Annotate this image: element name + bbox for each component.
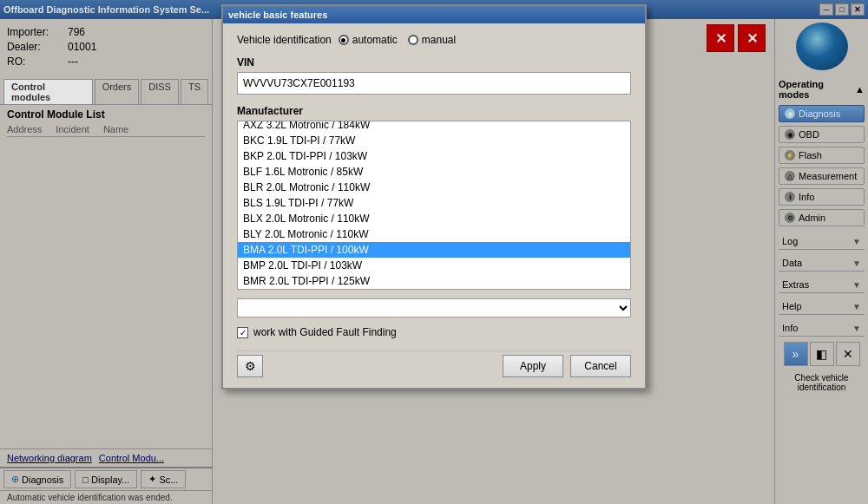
- manufacturer-item-1[interactable]: AXZ 3.2L Motronic / 184kW: [238, 121, 630, 133]
- manufacturer-item-8[interactable]: BLY 2.0L Motronic / 110kW: [238, 226, 630, 242]
- manufacturer-list[interactable]: AXX 2.0L Motronic / 147kWAXZ 3.2L Motron…: [237, 121, 631, 290]
- manufacturer-label: Manufacturer: [237, 105, 631, 117]
- dropdown-row: [237, 298, 631, 317]
- settings-icon-button[interactable]: ⚙: [237, 355, 263, 377]
- manufacturer-item-4[interactable]: BLF 1.6L Motronic / 85kW: [238, 164, 630, 180]
- radio-manual-label: manual: [422, 34, 456, 46]
- radio-manual-input[interactable]: [408, 35, 418, 45]
- dialog-overlay: vehicle basic features Vehicle identific…: [0, 0, 868, 504]
- dialog-title: vehicle basic features: [228, 10, 327, 20]
- manufacturer-dropdown[interactable]: [237, 298, 631, 317]
- manufacturer-section: Manufacturer AXX 2.0L Motronic / 147kWAX…: [237, 105, 631, 290]
- vin-section: VIN: [237, 56, 631, 95]
- manufacturer-item-7[interactable]: BLX 2.0L Motronic / 110kW: [238, 211, 630, 226]
- dialog-content: Vehicle identification automatic manual …: [223, 23, 645, 388]
- manufacturer-item-3[interactable]: BKP 2.0L TDI-PPI / 103kW: [238, 148, 630, 164]
- radio-group: automatic manual: [339, 34, 456, 46]
- checkbox-label: work with Guided Fault Finding: [253, 326, 397, 338]
- manufacturer-item-9[interactable]: BMA 2.0L TDI-PPI / 100kW: [238, 242, 630, 258]
- vin-input[interactable]: [237, 72, 631, 95]
- radio-automatic-input[interactable]: [339, 35, 349, 45]
- manufacturer-item-10[interactable]: BMP 2.0L TDI-PI / 103kW: [238, 258, 630, 273]
- apply-button[interactable]: Apply: [503, 355, 563, 377]
- settings-icon: ⚙: [245, 359, 256, 373]
- vehicle-basic-features-dialog: vehicle basic features Vehicle identific…: [221, 4, 647, 389]
- manufacturer-item-5[interactable]: BLR 2.0L Motronic / 110kW: [238, 180, 630, 195]
- dialog-buttons: ⚙ Apply Cancel: [237, 350, 631, 377]
- manufacturer-list-items: AXX 2.0L Motronic / 147kWAXZ 3.2L Motron…: [238, 121, 630, 289]
- cancel-button[interactable]: Cancel: [570, 355, 631, 377]
- guided-fault-checkbox[interactable]: [237, 327, 248, 338]
- dialog-title-bar: vehicle basic features: [223, 6, 645, 23]
- radio-automatic[interactable]: automatic: [339, 34, 398, 46]
- radio-manual[interactable]: manual: [408, 34, 456, 46]
- vehicle-id-row: Vehicle identification automatic manual: [237, 34, 631, 46]
- checkbox-row: work with Guided Fault Finding: [237, 326, 631, 338]
- manufacturer-item-2[interactable]: BKC 1.9L TDI-PI / 77kW: [238, 133, 630, 148]
- radio-automatic-label: automatic: [352, 34, 398, 46]
- manufacturer-item-6[interactable]: BLS 1.9L TDI-PI / 77kW: [238, 195, 630, 211]
- vin-label: VIN: [237, 56, 631, 69]
- vehicle-id-label: Vehicle identification: [237, 34, 332, 46]
- manufacturer-item-11[interactable]: BMR 2.0L TDI-PPI / 125kW: [238, 273, 630, 289]
